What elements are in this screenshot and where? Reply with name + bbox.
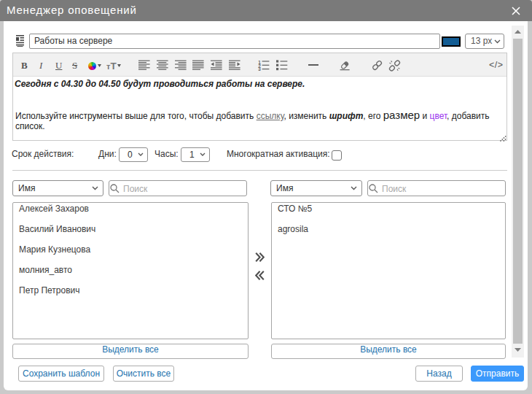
- svg-text:3: 3: [258, 66, 261, 71]
